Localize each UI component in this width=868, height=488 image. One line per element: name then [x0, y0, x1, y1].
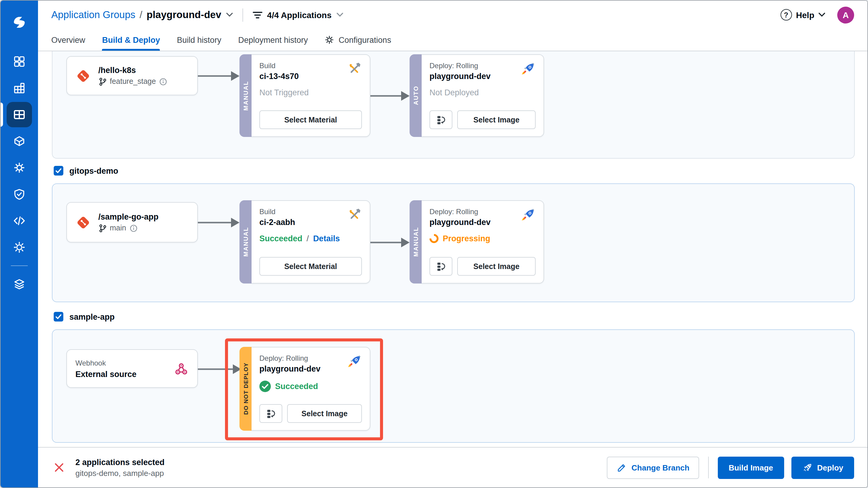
app-checkbox-checked[interactable] [54, 312, 63, 322]
branch-name: feature_stage [110, 77, 156, 86]
git-material-card[interactable]: /sample-go-app main [66, 202, 198, 243]
stage-kind-label: Build [259, 208, 295, 216]
ship-wheel-icon [13, 161, 26, 174]
selection-app-names: gitops-demo, sample-app [75, 468, 165, 478]
sidebar-item-application-groups[interactable] [1, 101, 38, 128]
deploy-status: Succeeded [275, 382, 318, 391]
select-material-button[interactable]: Select Material [259, 257, 362, 276]
breadcrumb-current-group[interactable]: playground-dev [147, 9, 221, 21]
change-branch-button[interactable]: Change Branch [607, 456, 699, 479]
main-area: Application Groups / playground-dev 4/4 … [38, 1, 867, 487]
applications-filter[interactable]: 4/4 Applications [253, 10, 343, 20]
sidebar-divider [11, 266, 28, 266]
info-icon [130, 224, 137, 232]
git-material-card[interactable]: /hello-k8s feature_stage [66, 56, 198, 95]
app-selector-sample-app[interactable]: sample-app [54, 312, 115, 322]
git-source-icon [75, 68, 91, 84]
sidebar-item-resource-browser[interactable] [1, 208, 38, 234]
deploy-env-name: playground-dev [430, 218, 491, 227]
sidebar-item-stack-manager[interactable] [1, 271, 38, 297]
help-label: Help [796, 10, 814, 20]
sidebar-item-security[interactable] [1, 181, 38, 208]
user-avatar[interactable]: A [837, 6, 854, 23]
sidebar-item-applications[interactable] [1, 48, 38, 75]
footer-divider [708, 457, 709, 478]
trigger-mode-strip: MANUAL [240, 54, 251, 137]
build-tools-icon [347, 208, 362, 222]
stage-kind-label: Deploy: Rolling [259, 354, 320, 363]
app-checkbox-checked[interactable] [54, 166, 63, 176]
pipeline-arrow [198, 217, 240, 228]
configurations-gear-icon [325, 35, 335, 44]
select-material-button[interactable]: Select Material [259, 111, 362, 129]
rollback-button[interactable] [430, 257, 453, 276]
build-tools-icon [347, 62, 362, 76]
branch-icon [98, 223, 106, 233]
shield-check-icon [13, 188, 26, 201]
app-name-label: sample-app [69, 312, 115, 321]
tab-build-and-deploy[interactable]: Build & Deploy [102, 29, 160, 51]
trigger-mode-strip: AUTO [409, 54, 422, 137]
apps-grid-icon [13, 55, 26, 68]
build-image-button[interactable]: Build Image [718, 456, 784, 479]
rollback-button[interactable] [430, 111, 453, 129]
select-image-button[interactable]: Select Image [457, 257, 536, 276]
rocket-icon [520, 62, 536, 77]
deploy-env-name: playground-dev [259, 364, 320, 373]
group-dropdown-chevron-icon[interactable] [226, 13, 233, 17]
top-bar: Application Groups / playground-dev 4/4 … [38, 1, 867, 51]
tab-configurations[interactable]: Configurations [325, 29, 391, 51]
git-repo-name: /sample-go-app [98, 212, 159, 221]
app-window: Application Groups / playground-dev 4/4 … [0, 0, 868, 488]
select-image-button[interactable]: Select Image [457, 111, 536, 129]
app-name-label: gitops-demo [69, 166, 118, 175]
rollback-icon [265, 407, 277, 420]
help-menu[interactable]: ? Help [780, 9, 825, 21]
tab-deployment-history[interactable]: Deployment history [238, 29, 308, 51]
sidebar-item-charts[interactable] [1, 128, 38, 154]
pipeline-container-sample-app: Webhook External source DO NOT DEPLOY De… [52, 329, 855, 443]
sidebar-nav [1, 48, 38, 297]
breadcrumb-application-groups[interactable]: Application Groups [51, 9, 135, 21]
deploy-env-name: playground-dev [430, 72, 491, 81]
pipeline-arrow [198, 70, 240, 82]
deploy-status: Not Deployed [430, 88, 479, 97]
app-selector-gitops-demo[interactable]: gitops-demo [54, 166, 118, 176]
branch-icon [98, 77, 106, 86]
do-not-deploy-strip: DO NOT DEPLOY [240, 347, 251, 431]
deploy-rocket-icon [802, 462, 812, 472]
devtron-logo[interactable] [1, 13, 38, 32]
selection-summary: 2 applications selected gitops-demo, sam… [75, 458, 165, 478]
build-pipeline-name: ci-2-aabh [259, 218, 295, 227]
deploy-button[interactable]: Deploy [791, 456, 854, 479]
webhook-source-card[interactable]: Webhook External source [66, 349, 198, 388]
pipelines-canvas: /hello-k8s feature_stage MANUAL [38, 51, 867, 447]
tab-bar: Overview Build & Deploy Build history De… [38, 29, 867, 51]
select-image-button[interactable]: Select Image [287, 404, 362, 423]
clear-selection-button[interactable] [54, 462, 65, 473]
deploy-stage-card: AUTO Deploy: Rolling playground-dev Not … [409, 54, 544, 137]
rollback-button[interactable] [259, 404, 282, 423]
helm-cube-icon [13, 134, 26, 148]
build-status: Succeeded [259, 234, 303, 243]
sidebar-item-bulk-edit[interactable] [1, 154, 38, 181]
help-chevron-icon [818, 13, 825, 17]
stack-icon [13, 277, 26, 291]
branch-name: main [110, 224, 126, 232]
tab-overview[interactable]: Overview [51, 29, 85, 51]
deploy-stage-card: MANUAL Deploy: Rolling playground-dev Pr… [409, 200, 544, 283]
webhook-kind-label: Webhook [75, 359, 136, 367]
tab-build-history[interactable]: Build history [177, 29, 221, 51]
rollback-icon [435, 114, 447, 126]
details-link[interactable]: Details [313, 234, 340, 243]
code-icon [13, 214, 26, 227]
breadcrumb-row: Application Groups / playground-dev 4/4 … [38, 1, 867, 29]
sidebar-item-jobs[interactable] [1, 75, 38, 101]
gear-icon [13, 241, 26, 254]
close-icon [54, 462, 65, 473]
active-nav-box [7, 102, 32, 127]
progressing-spinner-icon [428, 232, 440, 245]
pipeline-arrow [370, 237, 409, 248]
pipeline-arrow [370, 90, 409, 101]
sidebar-item-global-config[interactable] [1, 234, 38, 261]
